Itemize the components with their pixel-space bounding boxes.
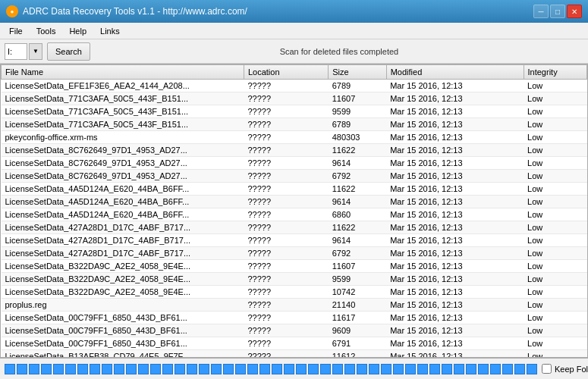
table-cell: 9614 bbox=[329, 157, 387, 170]
table-cell: LicenseSetData_00C79FF1_6850_443D_BF61..… bbox=[2, 337, 244, 350]
table-cell: LicenseSetData_B322DA9C_A2E2_4058_9E4E..… bbox=[2, 273, 244, 286]
table-row[interactable]: LicenseSetData_4A5D124A_E620_44BA_B6FF..… bbox=[2, 196, 587, 208]
keep-folder-structure-checkbox[interactable] bbox=[542, 364, 552, 374]
table-row[interactable]: LicenseSetData_00C79FF1_6850_443D_BF61..… bbox=[2, 337, 587, 350]
table-cell: ????? bbox=[244, 286, 328, 299]
table-cell: ????? bbox=[244, 247, 328, 260]
table-row[interactable]: proplus.reg?????21140Mar 15 2016, 12:13L… bbox=[2, 299, 587, 312]
table-row[interactable]: LicenseSetData_8C762649_97D1_4953_AD27..… bbox=[2, 170, 587, 183]
table-cell: Low bbox=[524, 170, 586, 183]
toolbar: ▼ Search Scan for deleted files complete… bbox=[0, 39, 588, 64]
table-cell: LicenseSetData_4A5D124A_E620_44BA_B6FF..… bbox=[2, 183, 244, 196]
table-row[interactable]: LicenseSetData_8C762649_97D1_4953_AD27..… bbox=[2, 157, 587, 170]
drive-dropdown-arrow[interactable]: ▼ bbox=[29, 43, 42, 60]
table-row[interactable]: LicenseSetData_00C79FF1_6850_443D_BF61..… bbox=[2, 324, 587, 337]
menu-links[interactable]: Links bbox=[94, 25, 126, 37]
table-row[interactable]: LicenseSetData_B322DA9C_A2E2_4058_9E4E..… bbox=[2, 286, 587, 299]
table-cell: Low bbox=[524, 312, 586, 324]
keep-folder-structure-area[interactable]: Keep Folder Structure bbox=[542, 364, 588, 374]
col-header-integrity[interactable]: Integrity bbox=[524, 65, 586, 80]
table-row[interactable]: LicenseSetData_4A5D124A_E620_44BA_B6FF..… bbox=[2, 183, 587, 196]
table-cell: LicenseSetData_B322DA9C_A2E2_4058_9E4E..… bbox=[2, 286, 244, 299]
progress-segment bbox=[126, 364, 137, 374]
minimize-button[interactable]: ─ bbox=[533, 5, 549, 18]
progress-segment bbox=[5, 364, 15, 374]
window-title: ADRC Data Recovery Tools v1.1 - http://w… bbox=[23, 6, 247, 17]
table-row[interactable]: LicenseSetData_B322DA9C_A2E2_4058_9E4E..… bbox=[2, 260, 587, 273]
table-cell: Low bbox=[524, 118, 586, 131]
drive-input[interactable] bbox=[5, 43, 27, 60]
progress-segment bbox=[478, 364, 489, 374]
table-cell: Mar 15 2016, 12:13 bbox=[386, 196, 524, 208]
table-cell: Mar 15 2016, 12:13 bbox=[386, 80, 524, 92]
table-cell: 6792 bbox=[329, 170, 387, 183]
progress-segment bbox=[332, 364, 343, 374]
table-cell: 21140 bbox=[329, 299, 387, 312]
table-cell: Mar 15 2016, 12:13 bbox=[386, 208, 524, 221]
close-button[interactable]: ✕ bbox=[567, 5, 582, 18]
col-header-filename[interactable]: File Name bbox=[2, 65, 244, 80]
table-header-row: File Name Location Size Modified Integri… bbox=[2, 65, 587, 80]
search-button[interactable]: Search bbox=[47, 42, 90, 61]
maximize-button[interactable]: □ bbox=[550, 5, 565, 18]
table-cell: Low bbox=[524, 157, 586, 170]
table-row[interactable]: LicenseSetData_771C3AFA_50C5_443F_B151..… bbox=[2, 105, 587, 118]
progress-segment bbox=[235, 364, 246, 374]
menu-file[interactable]: File bbox=[3, 25, 29, 37]
keep-folder-structure-label: Keep Folder Structure bbox=[555, 365, 588, 374]
table-cell: ????? bbox=[244, 170, 328, 183]
table-row[interactable]: LicenseSetData_427A28D1_D17C_4ABF_B717..… bbox=[2, 247, 587, 260]
table-row[interactable]: LicenseSetData_00C79FF1_6850_443D_BF61..… bbox=[2, 312, 587, 324]
table-cell: LicenseSetData_427A28D1_D17C_4ABF_B717..… bbox=[2, 234, 244, 247]
file-table: File Name Location Size Modified Integri… bbox=[1, 64, 587, 357]
table-row[interactable]: LicenseSetData_771C3AFA_50C5_443F_B151..… bbox=[2, 92, 587, 105]
drive-combo[interactable]: ▼ bbox=[5, 43, 42, 60]
progress-segment bbox=[369, 364, 379, 374]
table-row[interactable]: LicenseSetData_427A28D1_D17C_4ABF_B717..… bbox=[2, 221, 587, 234]
table-cell: proplus.reg bbox=[2, 299, 244, 312]
title-bar-left: ● ADRC Data Recovery Tools v1.1 - http:/… bbox=[6, 5, 247, 17]
progress-segment bbox=[381, 364, 391, 374]
table-cell: pkeyconfig-office.xrm-ms bbox=[2, 131, 244, 144]
progress-segment bbox=[429, 364, 440, 374]
col-header-size[interactable]: Size bbox=[329, 65, 387, 80]
table-row[interactable]: LicenseSetData_4A5D124A_E620_44BA_B6FF..… bbox=[2, 208, 587, 221]
table-cell: ????? bbox=[244, 196, 328, 208]
table-cell: Mar 15 2016, 12:13 bbox=[386, 247, 524, 260]
bottom-bar: Keep Folder Structure Undelete Files bbox=[0, 358, 588, 379]
table-cell: LicenseSetData_427A28D1_D17C_4ABF_B717..… bbox=[2, 247, 244, 260]
table-row[interactable]: LicenseSetData_427A28D1_D17C_4ABF_B717..… bbox=[2, 234, 587, 247]
table-cell: 11612 bbox=[329, 350, 387, 358]
table-cell: Mar 15 2016, 12:13 bbox=[386, 92, 524, 105]
table-cell: 10742 bbox=[329, 286, 387, 299]
table-row[interactable]: LicenseSetData_B13AFB38_CD79_44E5_9F7F..… bbox=[2, 350, 587, 358]
progress-segment bbox=[162, 364, 173, 374]
table-cell: Mar 15 2016, 12:13 bbox=[386, 260, 524, 273]
table-cell: Low bbox=[524, 337, 586, 350]
table-cell: 9599 bbox=[329, 273, 387, 286]
table-row[interactable]: pkeyconfig-office.xrm-ms?????480303Mar 1… bbox=[2, 131, 587, 144]
table-cell: LicenseSetData_8C762649_97D1_4953_AD27..… bbox=[2, 144, 244, 157]
progress-segment bbox=[29, 364, 39, 374]
menu-tools[interactable]: Tools bbox=[30, 25, 62, 37]
progress-segment bbox=[442, 364, 452, 374]
table-row[interactable]: LicenseSetData_B322DA9C_A2E2_4058_9E4E..… bbox=[2, 273, 587, 286]
col-header-modified[interactable]: Modified bbox=[386, 65, 524, 80]
table-row[interactable]: LicenseSetData_771C3AFA_50C5_443F_B151..… bbox=[2, 118, 587, 131]
progress-segment bbox=[272, 364, 282, 374]
progress-segment bbox=[344, 364, 355, 374]
table-container[interactable]: File Name Location Size Modified Integri… bbox=[1, 64, 587, 357]
progress-segment bbox=[175, 364, 185, 374]
table-cell: LicenseSetData_4A5D124A_E620_44BA_B6FF..… bbox=[2, 196, 244, 208]
menu-help[interactable]: Help bbox=[63, 25, 93, 37]
table-cell: 6789 bbox=[329, 80, 387, 92]
col-header-location[interactable]: Location bbox=[244, 65, 328, 80]
table-cell: ????? bbox=[244, 183, 328, 196]
table-cell: ????? bbox=[244, 299, 328, 312]
table-row[interactable]: LicenseSetData_8C762649_97D1_4953_AD27..… bbox=[2, 144, 587, 157]
title-bar-controls[interactable]: ─ □ ✕ bbox=[533, 5, 582, 18]
table-body: LicenseSetData_EFE1F3E6_AEA2_4144_A208..… bbox=[2, 80, 587, 358]
table-cell: LicenseSetData_4A5D124A_E620_44BA_B6FF..… bbox=[2, 208, 244, 221]
table-row[interactable]: LicenseSetData_EFE1F3E6_AEA2_4144_A208..… bbox=[2, 80, 587, 92]
table-cell: Mar 15 2016, 12:13 bbox=[386, 312, 524, 324]
